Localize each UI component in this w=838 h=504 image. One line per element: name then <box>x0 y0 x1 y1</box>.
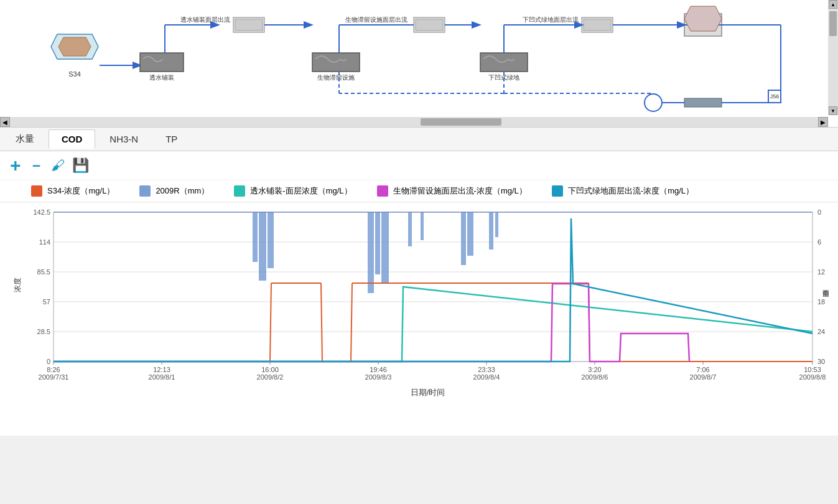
scroll-left-btn[interactable]: ◀ <box>0 117 10 127</box>
svg-point-35 <box>645 94 662 111</box>
vertical-scrollbar[interactable]: ▲ ▼ <box>828 0 838 115</box>
svg-text:24: 24 <box>817 328 825 335</box>
legend-rain: 2009R（mm） <box>139 185 209 197</box>
svg-text:12:13: 12:13 <box>153 366 170 373</box>
permeable-line <box>54 287 812 362</box>
add-button[interactable]: + <box>10 156 21 175</box>
svg-rect-5 <box>140 53 184 72</box>
chart-area: 浓度 雨量 142.5 114 85.5 <box>0 203 838 436</box>
svg-text:23:33: 23:33 <box>478 366 495 373</box>
tabs-bar: 水量 COD NH3-N TP <box>0 128 838 151</box>
scroll-right-btn[interactable]: ▶ <box>818 117 828 127</box>
tab-cod[interactable]: COD <box>49 129 95 149</box>
svg-rect-91 <box>259 212 266 281</box>
svg-text:0: 0 <box>817 209 821 216</box>
tab-nh3n[interactable]: NH3-N <box>96 129 151 149</box>
svg-text:生物滞留设施面层出流: 生物滞留设施面层出流 <box>345 16 407 23</box>
svg-text:2009/8/1: 2009/8/1 <box>149 373 175 381</box>
svg-rect-101 <box>495 212 498 237</box>
rain-bars <box>253 212 498 293</box>
svg-text:142.5: 142.5 <box>33 209 50 216</box>
svg-rect-37 <box>684 98 722 107</box>
svg-text:114: 114 <box>39 238 50 246</box>
svg-rect-95 <box>381 212 389 284</box>
x-axis-title: 日期/时间 <box>22 387 833 398</box>
legend-swatch-s34 <box>31 185 42 197</box>
scroll-v-thumb[interactable] <box>829 11 837 36</box>
legend-swatch-sunken <box>552 185 563 197</box>
legend-sunken: 下凹式绿地面层出流-浓度（mg/L） <box>552 185 694 197</box>
svg-text:生物滞留设施: 生物滞留设施 <box>317 74 355 81</box>
svg-rect-90 <box>253 212 258 262</box>
chart-svg: 142.5 114 85.5 57 28.5 0 0 6 <box>22 209 838 383</box>
svg-rect-93 <box>368 212 374 293</box>
bio-line <box>54 284 689 362</box>
svg-text:2009/7/31: 2009/7/31 <box>39 373 69 381</box>
svg-rect-19 <box>416 19 443 30</box>
y-right-axis: 0 6 12 18 24 30 <box>817 209 825 365</box>
svg-text:28.5: 28.5 <box>37 328 50 335</box>
svg-text:下凹式绿地面层出流: 下凹式绿地面层出流 <box>523 16 579 23</box>
svg-rect-96 <box>461 212 466 265</box>
svg-text:2009/8/3: 2009/8/3 <box>365 373 392 381</box>
svg-rect-99 <box>421 212 424 240</box>
svg-text:10:53: 10:53 <box>804 366 821 373</box>
legend-permeable: 透水铺装-面层浓度（mg/L） <box>234 185 351 197</box>
svg-marker-45 <box>684 6 722 31</box>
svg-rect-94 <box>375 212 380 274</box>
svg-rect-11 <box>235 19 263 30</box>
legend-label-permeable: 透水铺装-面层浓度（mg/L） <box>250 185 351 197</box>
horizontal-scrollbar[interactable]: ◀ ▶ <box>0 117 828 127</box>
save-button[interactable]: 💾 <box>72 159 89 172</box>
legend-bio: 生物滞留设施面层出流-浓度（mg/L） <box>377 185 527 197</box>
legend-swatch-bio <box>377 185 388 197</box>
svg-rect-46 <box>54 209 812 368</box>
legend-label-rain: 2009R（mm） <box>156 185 209 197</box>
legend-swatch-rain <box>139 185 151 197</box>
svg-marker-2 <box>58 37 91 56</box>
scroll-h-thumb[interactable] <box>421 118 501 126</box>
svg-text:30: 30 <box>817 358 825 365</box>
legend-label-sunken: 下凹式绿地面层出流-浓度（mg/L） <box>568 185 694 197</box>
legend-label-bio: 生物滞留设施面层出流-浓度（mg/L） <box>393 185 527 197</box>
svg-text:3:20: 3:20 <box>588 366 601 373</box>
brush-button[interactable]: 🖌 <box>51 159 65 172</box>
svg-rect-92 <box>268 212 274 268</box>
svg-text:18: 18 <box>817 298 825 306</box>
tab-water[interactable]: 水量 <box>2 129 47 149</box>
svg-text:16:00: 16:00 <box>261 366 279 373</box>
scroll-down-btn[interactable]: ▼ <box>829 106 837 115</box>
svg-text:57: 57 <box>43 298 50 306</box>
svg-rect-98 <box>408 212 412 246</box>
svg-text:S34: S34 <box>68 70 81 78</box>
svg-rect-100 <box>489 212 493 250</box>
svg-rect-65 <box>54 212 812 362</box>
legend-area: S34-浓度（mg/L） 2009R（mm） 透水铺装-面层浓度（mg/L） 生… <box>0 180 838 202</box>
legend-label-s34: S34-浓度（mg/L） <box>47 185 114 197</box>
svg-text:19:46: 19:46 <box>370 366 387 373</box>
svg-text:2009/8/4: 2009/8/4 <box>473 373 500 381</box>
scroll-h-track[interactable] <box>10 118 818 126</box>
svg-text:透水铺装: 透水铺装 <box>149 74 174 81</box>
remove-button[interactable]: － <box>29 158 44 173</box>
flow-diagram: S34 透水铺装 透水铺装面层出流 生物滞留设施 生物滞留 <box>0 0 838 115</box>
svg-text:8:26: 8:26 <box>47 366 60 373</box>
svg-text:2009/8/2: 2009/8/2 <box>257 373 284 381</box>
x-axis: 8:26 2009/7/31 12:13 2009/8/1 16:00 2009… <box>39 366 826 381</box>
svg-text:6: 6 <box>817 238 821 246</box>
diagram-area: S34 透水铺装 透水铺装面层出流 生物滞留设施 生物滞留 <box>0 0 838 128</box>
scroll-up-btn[interactable]: ▲ <box>829 0 837 9</box>
svg-text:2009/8/6: 2009/8/6 <box>582 373 608 381</box>
tab-tp[interactable]: TP <box>152 129 190 149</box>
svg-text:J56: J56 <box>770 93 780 100</box>
toolbar: + － 🖌 💾 <box>0 151 838 180</box>
svg-rect-97 <box>467 212 473 256</box>
s34-line <box>54 283 812 362</box>
svg-text:透水铺装面层出流: 透水铺装面层出流 <box>180 16 230 23</box>
svg-text:2009/8/8: 2009/8/8 <box>799 373 826 381</box>
svg-text:0: 0 <box>47 358 50 365</box>
svg-rect-26 <box>584 19 611 30</box>
svg-text:7:06: 7:06 <box>696 366 709 373</box>
svg-text:85.5: 85.5 <box>37 268 50 276</box>
y-left-axis-label: 浓度 <box>12 278 23 292</box>
